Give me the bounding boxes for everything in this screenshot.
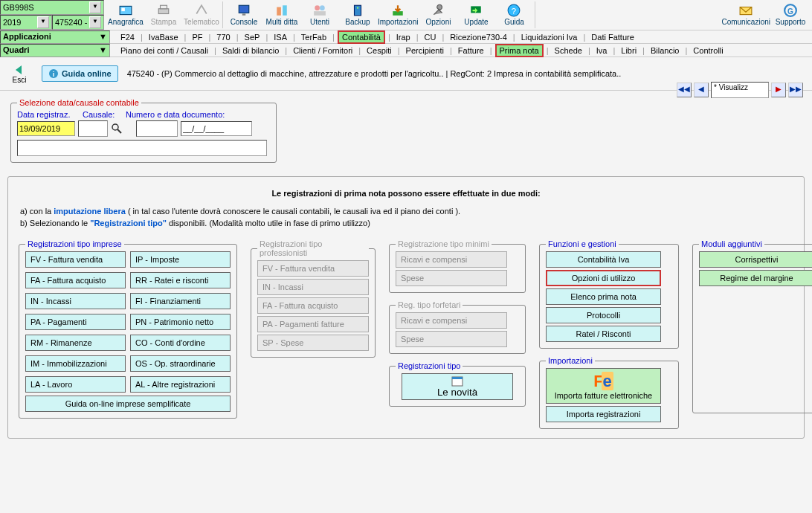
tab-ricezione730-4[interactable]: Ricezione730-4: [447, 32, 509, 42]
subtab-saldi-di-bilancio[interactable]: Saldi di bilancio: [219, 45, 282, 56]
tab-terfab[interactable]: TerFab: [298, 32, 329, 42]
moduli-button[interactable]: Corrispettivi: [699, 251, 812, 268]
guida-online-button[interactable]: i Guida online: [42, 65, 118, 82]
causale-input[interactable]: [78, 120, 108, 137]
reg-min-button[interactable]: Ricavi e compensi: [396, 312, 507, 329]
reg-imprese-button[interactable]: FI - Finanziamenti: [130, 293, 231, 309]
subtab-controlli[interactable]: Controlli: [690, 45, 726, 56]
update-button[interactable]: Update: [457, 0, 494, 30]
reg-imprese-button[interactable]: IM - Immobilizzazioni: [25, 355, 126, 372]
svg-rect-4: [239, 5, 249, 13]
comunicazioni-button[interactable]: Comunicazioni: [721, 0, 771, 30]
multiditta-button[interactable]: Multi ditta: [263, 0, 300, 30]
backup-button[interactable]: Backup: [339, 0, 376, 30]
guida-imprese-button[interactable]: Guida on-line imprese semplificate: [25, 396, 231, 412]
description-input[interactable]: [17, 140, 267, 156]
reg-prof-button[interactable]: PA - Pagamenti fatture: [257, 316, 369, 332]
reg-imprese-button[interactable]: LA - Lavoro: [25, 376, 126, 393]
datareg-input[interactable]: [17, 121, 75, 136]
moduli-button[interactable]: Regime del margine: [699, 270, 812, 286]
anagrafica-button[interactable]: Anagrafica: [107, 0, 144, 30]
opzioni-button[interactable]: Opzioni: [419, 0, 457, 30]
registrazioni-tipo-link[interactable]: "Registrazioni tipo": [90, 219, 167, 228]
console-button[interactable]: Console: [225, 0, 262, 30]
esci-button[interactable]: Esci: [6, 64, 33, 84]
company-select[interactable]: GB998S ▼: [0, 0, 104, 15]
docnum-input[interactable]: [136, 120, 178, 137]
quadri-label[interactable]: Quadri ▼: [0, 44, 110, 57]
reg-min-button[interactable]: Ricavi e compensi: [396, 251, 507, 268]
utenti-button[interactable]: Utenti: [301, 0, 338, 30]
search-causale-icon[interactable]: [111, 123, 123, 135]
update-icon: [469, 4, 483, 17]
tab-pf[interactable]: PF: [189, 32, 205, 42]
tab-f24[interactable]: F24: [117, 32, 138, 42]
subtab-piano-dei-conti-causali[interactable]: Piano dei conti / Causali: [117, 45, 211, 56]
tab-contabilit-[interactable]: Contabilità: [338, 30, 385, 44]
tab-ivabase[interactable]: IvaBase: [146, 32, 181, 42]
supporto-button[interactable]: G Supporto: [772, 0, 809, 30]
tab-cu[interactable]: CU: [422, 32, 439, 42]
reg-min-button[interactable]: Spese: [396, 270, 507, 286]
importazioni-button[interactable]: Importazioni: [377, 0, 419, 30]
stampa-button[interactable]: Stampa: [145, 0, 182, 30]
reg-imprese-button[interactable]: FA - Fattura acquisto: [25, 272, 126, 288]
subtab-cespiti[interactable]: Cespiti: [364, 45, 395, 56]
funzioni-button[interactable]: Protocolli: [546, 307, 661, 323]
reg-imprese-button[interactable]: CO - Conti d'ordine: [130, 335, 231, 351]
nav-last-button[interactable]: ▶▶: [788, 83, 803, 97]
guida-online-label: Guida online: [62, 69, 112, 78]
tab-isa[interactable]: ISA: [271, 32, 290, 42]
reg-imprese-button[interactable]: PN - Patrimonio netto: [130, 314, 231, 330]
reg-imprese-button[interactable]: PA - Pagamenti: [25, 314, 126, 330]
funzioni-button[interactable]: Ratei / Risconti: [546, 326, 661, 342]
reg-imprese-button[interactable]: OS - Op. straordinarie: [130, 355, 231, 372]
code-select[interactable]: 475240 - ▼: [52, 15, 104, 30]
importa-fatture-button[interactable]: Fe Importa fatture elettroniche: [546, 368, 661, 404]
tab-irap[interactable]: Irap: [393, 32, 413, 42]
subtab-libri[interactable]: Libri: [618, 45, 639, 56]
reg-min-button[interactable]: Spese: [396, 331, 507, 347]
reg-imprese-button[interactable]: FV - Fattura vendita: [25, 251, 126, 268]
reg-imprese-button[interactable]: IP - Imposte: [130, 251, 231, 268]
subtab-iva[interactable]: Iva: [593, 45, 610, 56]
reg-forfetari-legend: Reg. tipo forfetari: [396, 300, 463, 309]
reg-imprese-button[interactable]: IN - Incassi: [25, 293, 126, 309]
subtab-percipienti[interactable]: Percipienti: [403, 45, 447, 56]
nav-next-button[interactable]: ▶: [771, 83, 786, 97]
tab-sep[interactable]: SeP: [242, 32, 263, 42]
reg-imprese-button[interactable]: RR - Ratei e risconti: [130, 272, 231, 288]
tab-770[interactable]: 770: [213, 32, 233, 42]
subtab-schede[interactable]: Schede: [552, 45, 585, 56]
docdate-input[interactable]: [181, 121, 252, 136]
reg-prof-button[interactable]: SP - Spese: [257, 335, 369, 351]
reg-imprese-button[interactable]: AL - Altre registrazioni: [130, 376, 231, 393]
imputazione-libera-link[interactable]: imputazione libera: [54, 207, 126, 216]
subtab-prima-nota[interactable]: Prima nota: [495, 44, 544, 57]
importa-registrazioni-button[interactable]: Importa registrazioni: [546, 406, 661, 422]
subtab-clienti-fornitori[interactable]: Clienti / Fornitori: [290, 45, 355, 56]
novita-button[interactable]: Le novità: [402, 373, 513, 400]
funzioni-button[interactable]: Contabilità Iva: [546, 251, 661, 268]
svg-point-22: [112, 124, 118, 130]
applicazioni-label[interactable]: Applicazioni ▼: [0, 30, 110, 44]
funzioni-button[interactable]: Elenco prima nota: [546, 288, 661, 305]
nav-display[interactable]: * Visualizz: [711, 82, 769, 98]
fe-icon: Fe: [593, 372, 613, 391]
nav-first-button[interactable]: ◀◀: [677, 83, 692, 97]
tab-liquidazioni-iva[interactable]: Liquidazioni Iva: [518, 32, 581, 42]
guida-button[interactable]: ? Guida: [495, 0, 532, 30]
nav-prev-button[interactable]: ◀: [694, 83, 709, 97]
svg-point-9: [320, 5, 325, 10]
tab-dati-fatture[interactable]: Dati Fatture: [588, 32, 637, 42]
reg-prof-button[interactable]: FA - Fattura acquisto: [257, 297, 369, 314]
reg-imprese-button[interactable]: RM - Rimanenze: [25, 335, 126, 351]
reg-prof-button[interactable]: IN - Incassi: [257, 279, 369, 295]
subtab-bilancio[interactable]: Bilancio: [648, 45, 683, 56]
year-select[interactable]: 2019 ▼: [0, 15, 52, 30]
comunicazioni-label: Comunicazioni: [721, 18, 770, 26]
telematico-button[interactable]: Telematico: [183, 0, 220, 30]
funzioni-button[interactable]: Opzioni di utilizzo: [546, 270, 661, 286]
subtab-fatture[interactable]: Fatture: [455, 45, 487, 56]
reg-prof-button[interactable]: FV - Fattura vendita: [257, 260, 369, 277]
